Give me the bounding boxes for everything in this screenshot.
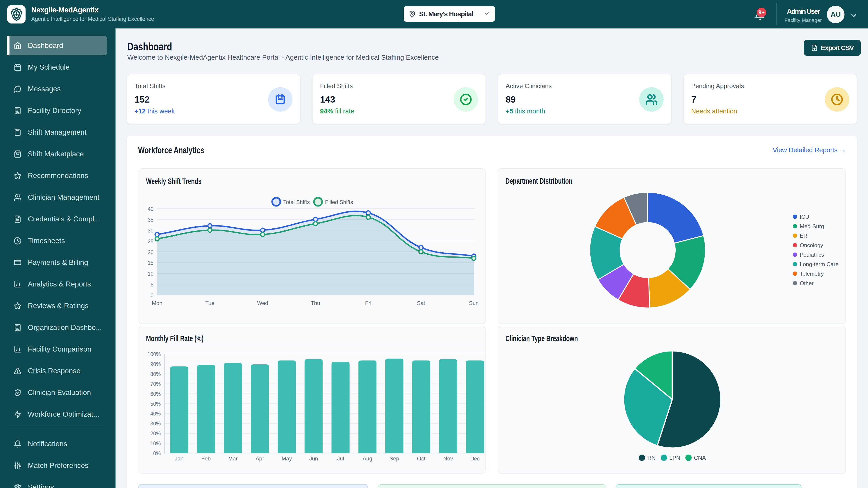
svg-text:Apr: Apr <box>256 455 264 462</box>
svg-text:ICU: ICU <box>800 214 809 220</box>
svg-text:Jul: Jul <box>337 455 344 462</box>
svg-text:Aug: Aug <box>363 455 372 462</box>
svg-text:Jan: Jan <box>175 455 184 462</box>
svg-text:5: 5 <box>151 282 153 288</box>
svg-text:20%: 20% <box>150 431 161 436</box>
svg-text:Fri: Fri <box>365 300 371 306</box>
svg-text:Department Distribution: Department Distribution <box>505 176 572 186</box>
svg-text:Dec: Dec <box>470 455 480 462</box>
svg-text:10: 10 <box>148 271 153 277</box>
svg-text:Mar: Mar <box>228 455 238 462</box>
svg-text:Total Shifts: Total Shifts <box>283 199 310 205</box>
svg-text:ER: ER <box>800 233 807 239</box>
svg-text:40%: 40% <box>150 411 161 417</box>
svg-text:Sat: Sat <box>417 300 425 306</box>
svg-text:Jun: Jun <box>309 455 318 462</box>
svg-text:Med-Surg: Med-Surg <box>800 223 824 229</box>
svg-text:50%: 50% <box>150 401 161 407</box>
svg-text:35: 35 <box>148 217 153 223</box>
svg-text:60%: 60% <box>150 391 161 397</box>
svg-text:Long-term Care: Long-term Care <box>800 261 839 267</box>
svg-text:Mon: Mon <box>152 300 162 306</box>
svg-text:Sun: Sun <box>469 300 479 306</box>
svg-text:May: May <box>282 455 292 462</box>
svg-text:Telemetry: Telemetry <box>800 271 824 277</box>
svg-text:Nov: Nov <box>443 455 453 462</box>
svg-text:25: 25 <box>148 238 153 245</box>
svg-text:90%: 90% <box>150 361 161 367</box>
svg-text:Sep: Sep <box>390 455 399 462</box>
svg-text:70%: 70% <box>150 381 161 387</box>
svg-text:40: 40 <box>148 206 153 212</box>
svg-text:20: 20 <box>148 250 153 255</box>
svg-text:Oncology: Oncology <box>800 242 823 248</box>
svg-text:Pediatrics: Pediatrics <box>800 252 824 258</box>
svg-text:Monthly Fill Rate (%): Monthly Fill Rate (%) <box>146 334 204 343</box>
svg-text:Tue: Tue <box>205 300 214 306</box>
svg-text:CNA: CNA <box>694 455 706 461</box>
svg-text:30%: 30% <box>150 421 161 427</box>
svg-text:Clinician Type Breakdown: Clinician Type Breakdown <box>505 334 578 343</box>
svg-text:RN: RN <box>647 455 655 461</box>
svg-text:Other: Other <box>800 280 813 286</box>
svg-text:Filled Shifts: Filled Shifts <box>325 199 353 205</box>
svg-text:100%: 100% <box>147 351 161 357</box>
svg-text:Oct: Oct <box>417 455 426 462</box>
svg-text:0: 0 <box>151 293 153 298</box>
svg-text:Weekly Shift Trends: Weekly Shift Trends <box>146 177 202 186</box>
svg-text:30: 30 <box>148 228 153 234</box>
svg-text:Feb: Feb <box>202 455 211 462</box>
svg-text:Thu: Thu <box>311 300 320 306</box>
svg-text:Wed: Wed <box>257 300 268 306</box>
svg-text:0%: 0% <box>153 451 161 456</box>
svg-text:15: 15 <box>148 260 153 266</box>
svg-text:LPN: LPN <box>669 455 680 461</box>
svg-text:10%: 10% <box>150 441 161 447</box>
svg-text:80%: 80% <box>150 371 161 377</box>
